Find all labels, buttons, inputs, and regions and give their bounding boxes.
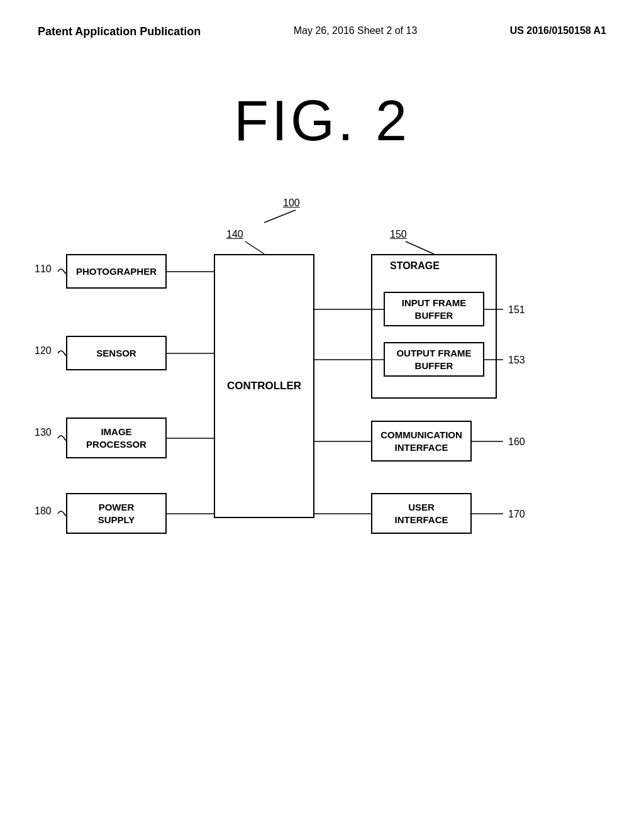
header-patent-number: US 2016/0150158 A1 bbox=[510, 25, 606, 36]
ref-150: 150 bbox=[390, 229, 407, 240]
diagram-area: 100 140 150 110 120 130 180 151 153 160 … bbox=[0, 191, 644, 568]
box-power-supply: POWERSUPPLY bbox=[66, 493, 167, 534]
figure-title: FIG. 2 bbox=[0, 89, 644, 153]
ref-140: 140 bbox=[226, 229, 243, 240]
header-publication: Patent Application Publication bbox=[38, 25, 201, 38]
ref-151: 151 bbox=[508, 304, 525, 316]
storage-outer-box bbox=[371, 254, 497, 399]
box-image-processor: IMAGEPROCESSOR bbox=[66, 418, 167, 458]
box-controller: CONTROLLER bbox=[214, 254, 314, 518]
svg-line-25 bbox=[245, 241, 264, 254]
box-comm-interface: COMMUNICATIONINTERFACE bbox=[371, 421, 472, 462]
ref-100: 100 bbox=[283, 197, 300, 209]
box-user-interface: USERINTERFACE bbox=[371, 493, 472, 534]
svg-line-24 bbox=[264, 210, 296, 223]
box-input-frame-buffer: INPUT FRAMEBUFFER bbox=[384, 292, 484, 326]
box-output-frame-buffer: OUTPUT FRAMEBUFFER bbox=[384, 342, 484, 377]
ref-120: 120 bbox=[35, 345, 52, 357]
ref-160: 160 bbox=[508, 436, 525, 448]
header-date-sheet: May 26, 2016 Sheet 2 of 13 bbox=[294, 25, 418, 36]
svg-line-26 bbox=[406, 241, 434, 254]
ref-110: 110 bbox=[35, 263, 52, 275]
page-header: Patent Application Publication May 26, 2… bbox=[0, 0, 644, 38]
ref-170: 170 bbox=[508, 509, 525, 520]
ref-180: 180 bbox=[35, 506, 52, 517]
box-photographer: PHOTOGRAPHER bbox=[66, 254, 167, 289]
storage-label: STORAGE bbox=[390, 260, 440, 272]
box-sensor: SENSOR bbox=[66, 336, 167, 370]
ref-153: 153 bbox=[508, 355, 525, 366]
ref-130: 130 bbox=[35, 427, 52, 438]
